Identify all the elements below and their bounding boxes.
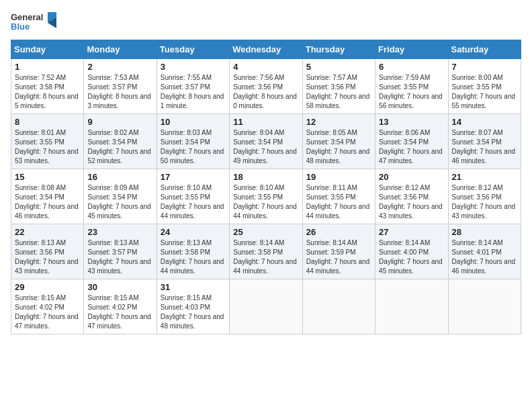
day-detail: Sunrise: 8:00 AMSunset: 3:55 PMDaylight:… [452,73,517,111]
day-number: 31 [161,282,226,292]
day-detail: Sunrise: 8:09 AMSunset: 3:54 PMDaylight:… [87,183,152,221]
day-detail: Sunrise: 8:10 AMSunset: 3:55 PMDaylight:… [161,183,226,221]
week-row-2: 8Sunrise: 8:01 AMSunset: 3:55 PMDaylight… [11,114,521,169]
day-number: 7 [452,62,517,72]
day-number: 17 [161,172,226,182]
day-cell: 11Sunrise: 8:04 AMSunset: 3:54 PMDayligh… [230,114,302,169]
day-cell: 30Sunrise: 8:15 AMSunset: 4:02 PMDayligh… [84,279,157,334]
day-number: 9 [87,117,152,127]
day-cell: 15Sunrise: 8:08 AMSunset: 3:54 PMDayligh… [11,169,84,224]
day-number: 4 [233,62,298,72]
day-cell: 26Sunrise: 8:14 AMSunset: 3:59 PMDayligh… [302,224,375,279]
day-number: 27 [379,227,444,237]
day-number: 21 [452,172,517,182]
day-number: 29 [15,282,80,292]
day-detail: Sunrise: 8:13 AMSunset: 3:58 PMDaylight:… [161,238,226,276]
day-detail: Sunrise: 7:56 AMSunset: 3:56 PMDaylight:… [233,73,298,111]
day-cell: 31Sunrise: 8:15 AMSunset: 4:03 PMDayligh… [157,279,229,334]
day-cell [230,279,302,334]
week-row-3: 15Sunrise: 8:08 AMSunset: 3:54 PMDayligh… [11,169,521,224]
day-number: 2 [87,62,152,72]
header-row: SundayMondayTuesdayWednesdayThursdayFrid… [11,40,521,59]
day-number: 14 [452,117,517,127]
day-cell: 5Sunrise: 7:57 AMSunset: 3:56 PMDaylight… [302,59,375,114]
logo-svg: GeneralBlue [11,11,58,34]
day-cell: 20Sunrise: 8:12 AMSunset: 3:56 PMDayligh… [375,169,448,224]
day-detail: Sunrise: 8:13 AMSunset: 3:57 PMDaylight:… [87,238,152,276]
day-detail: Sunrise: 8:14 AMSunset: 3:59 PMDaylight:… [306,238,371,276]
day-detail: Sunrise: 8:04 AMSunset: 3:54 PMDaylight:… [233,128,298,166]
col-header-wednesday: Wednesday [230,40,302,59]
day-cell: 3Sunrise: 7:55 AMSunset: 3:57 PMDaylight… [157,59,229,114]
day-detail: Sunrise: 8:15 AMSunset: 4:02 PMDaylight:… [15,293,80,331]
day-number: 28 [452,227,517,237]
day-cell: 9Sunrise: 8:02 AMSunset: 3:54 PMDaylight… [84,114,157,169]
day-cell: 27Sunrise: 8:14 AMSunset: 4:00 PMDayligh… [375,224,448,279]
day-number: 23 [87,227,152,237]
col-header-sunday: Sunday [11,40,84,59]
day-detail: Sunrise: 7:57 AMSunset: 3:56 PMDaylight:… [306,73,371,111]
day-cell: 12Sunrise: 8:05 AMSunset: 3:54 PMDayligh… [302,114,375,169]
col-header-tuesday: Tuesday [157,40,229,59]
day-number: 1 [15,62,80,72]
day-cell [302,279,375,334]
day-detail: Sunrise: 8:14 AMSunset: 4:00 PMDaylight:… [379,238,444,276]
day-number: 6 [379,62,444,72]
day-cell: 6Sunrise: 7:59 AMSunset: 3:55 PMDaylight… [375,59,448,114]
day-detail: Sunrise: 8:05 AMSunset: 3:54 PMDaylight:… [306,128,371,166]
day-cell: 8Sunrise: 8:01 AMSunset: 3:55 PMDaylight… [11,114,84,169]
day-cell: 29Sunrise: 8:15 AMSunset: 4:02 PMDayligh… [11,279,84,334]
day-cell: 28Sunrise: 8:14 AMSunset: 4:01 PMDayligh… [448,224,521,279]
day-number: 8 [15,117,80,127]
col-header-monday: Monday [84,40,157,59]
day-detail: Sunrise: 8:06 AMSunset: 3:54 PMDaylight:… [379,128,444,166]
day-number: 26 [306,227,371,237]
week-row-4: 22Sunrise: 8:13 AMSunset: 3:56 PMDayligh… [11,224,521,279]
day-number: 19 [306,172,371,182]
day-cell: 18Sunrise: 8:10 AMSunset: 3:55 PMDayligh… [230,169,302,224]
day-detail: Sunrise: 8:08 AMSunset: 3:54 PMDaylight:… [15,183,80,221]
week-row-5: 29Sunrise: 8:15 AMSunset: 4:02 PMDayligh… [11,279,521,334]
day-detail: Sunrise: 8:12 AMSunset: 3:56 PMDaylight:… [452,183,517,221]
logo: GeneralBlue [11,11,58,34]
day-cell: 19Sunrise: 8:11 AMSunset: 3:55 PMDayligh… [302,169,375,224]
day-number: 12 [306,117,371,127]
day-number: 25 [233,227,298,237]
svg-text:Blue: Blue [11,21,30,32]
day-cell: 7Sunrise: 8:00 AMSunset: 3:55 PMDaylight… [448,59,521,114]
day-detail: Sunrise: 8:03 AMSunset: 3:54 PMDaylight:… [161,128,226,166]
col-header-saturday: Saturday [448,40,521,59]
day-cell [375,279,448,334]
day-cell: 23Sunrise: 8:13 AMSunset: 3:57 PMDayligh… [84,224,157,279]
day-number: 18 [233,172,298,182]
day-detail: Sunrise: 8:01 AMSunset: 3:55 PMDaylight:… [15,128,80,166]
day-cell: 22Sunrise: 8:13 AMSunset: 3:56 PMDayligh… [11,224,84,279]
day-number: 5 [306,62,371,72]
day-cell [448,279,521,334]
day-detail: Sunrise: 8:15 AMSunset: 4:03 PMDaylight:… [161,293,226,331]
day-detail: Sunrise: 7:52 AMSunset: 3:58 PMDaylight:… [15,73,80,111]
day-detail: Sunrise: 7:59 AMSunset: 3:55 PMDaylight:… [379,73,444,111]
day-cell: 4Sunrise: 7:56 AMSunset: 3:56 PMDaylight… [230,59,302,114]
day-cell: 13Sunrise: 8:06 AMSunset: 3:54 PMDayligh… [375,114,448,169]
week-row-1: 1Sunrise: 7:52 AMSunset: 3:58 PMDaylight… [11,59,521,114]
day-detail: Sunrise: 8:14 AMSunset: 4:01 PMDaylight:… [452,238,517,276]
day-number: 16 [87,172,152,182]
day-detail: Sunrise: 8:11 AMSunset: 3:55 PMDaylight:… [306,183,371,221]
day-detail: Sunrise: 8:15 AMSunset: 4:02 PMDaylight:… [87,293,152,331]
day-cell: 16Sunrise: 8:09 AMSunset: 3:54 PMDayligh… [84,169,157,224]
calendar-table: SundayMondayTuesdayWednesdayThursdayFrid… [11,40,521,334]
day-number: 13 [379,117,444,127]
svg-text:General: General [11,12,43,22]
day-cell: 2Sunrise: 7:53 AMSunset: 3:57 PMDaylight… [84,59,157,114]
day-detail: Sunrise: 7:55 AMSunset: 3:57 PMDaylight:… [161,73,226,111]
day-cell: 24Sunrise: 8:13 AMSunset: 3:58 PMDayligh… [157,224,229,279]
day-cell: 10Sunrise: 8:03 AMSunset: 3:54 PMDayligh… [157,114,229,169]
day-number: 22 [15,227,80,237]
day-cell: 17Sunrise: 8:10 AMSunset: 3:55 PMDayligh… [157,169,229,224]
day-number: 20 [379,172,444,182]
day-detail: Sunrise: 7:53 AMSunset: 3:57 PMDaylight:… [87,73,152,111]
day-number: 10 [161,117,226,127]
day-detail: Sunrise: 8:14 AMSunset: 3:58 PMDaylight:… [233,238,298,276]
col-header-thursday: Thursday [302,40,375,59]
